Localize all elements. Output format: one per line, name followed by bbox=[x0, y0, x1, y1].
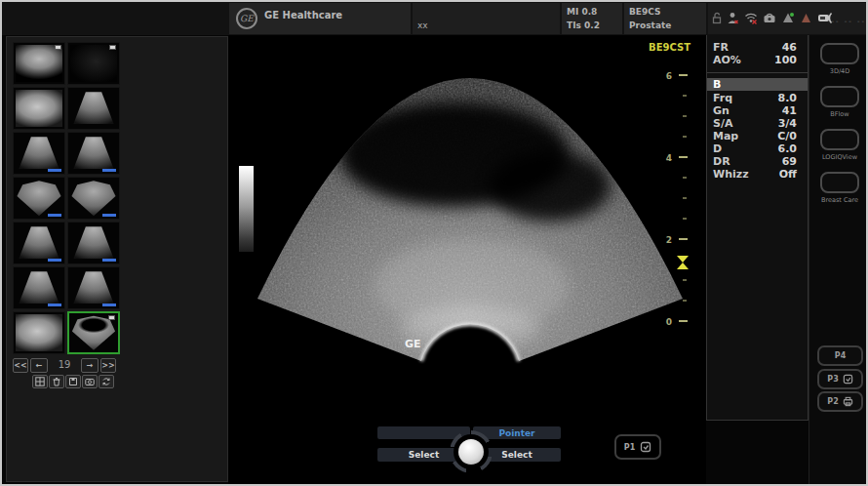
thumbnail[interactable] bbox=[67, 87, 120, 130]
thumbnail[interactable] bbox=[13, 311, 65, 354]
softkey-logiqview-label: LOGIQView bbox=[809, 153, 868, 161]
softkey-breastcare-button[interactable] bbox=[820, 172, 859, 193]
thumbnail-badge-icon bbox=[55, 45, 61, 50]
param-row[interactable]: Map C/0 bbox=[707, 130, 808, 142]
thumbnail-selected[interactable] bbox=[67, 311, 120, 354]
panel-divider bbox=[707, 72, 808, 73]
p3-button[interactable]: P3 bbox=[817, 369, 863, 389]
thumbnail[interactable] bbox=[13, 132, 65, 175]
thumbnail[interactable] bbox=[67, 177, 120, 220]
param-row[interactable]: Whizz Off bbox=[707, 168, 808, 181]
depth-tick-label: 2 bbox=[666, 235, 672, 245]
thumbnail[interactable] bbox=[67, 132, 120, 175]
ultrasound-image: GE BE9CST 6 4 2 0 bbox=[228, 35, 706, 445]
softkey-3d4d-button[interactable] bbox=[820, 43, 859, 64]
thumbnail-badge-icon bbox=[109, 45, 116, 50]
phone-icon bbox=[763, 12, 776, 24]
thumbnail[interactable] bbox=[13, 266, 65, 309]
transfer-button[interactable] bbox=[99, 375, 114, 388]
unlock-icon bbox=[712, 12, 722, 24]
network-icon bbox=[781, 12, 795, 24]
softkey-bflow-button[interactable] bbox=[820, 86, 859, 107]
param-value: Off bbox=[779, 168, 797, 181]
param-row[interactable]: Gn 41 bbox=[707, 104, 808, 117]
param-label: Whizz bbox=[713, 168, 749, 181]
depth-tick-label: 6 bbox=[666, 71, 672, 81]
first-page-button[interactable]: << bbox=[13, 358, 28, 373]
transfer-icon bbox=[101, 377, 111, 386]
image-area[interactable]: GE BE9CST 6 4 2 0 bbox=[228, 35, 706, 486]
p1-button[interactable]: P1 bbox=[614, 434, 661, 460]
ao-value: 100 bbox=[774, 54, 797, 66]
focus-marker[interactable] bbox=[677, 256, 689, 269]
param-label: Map bbox=[713, 130, 738, 142]
p4-label: P4 bbox=[835, 351, 846, 360]
parameter-panel: FR 46 AO% 100 B Frq 8.0 Gn 41 S/A 3/4 Ma… bbox=[706, 35, 809, 421]
ultrasound-screen: GE GE Healthcare xx MI 0.8 TIs 0.2 BE9CS… bbox=[0, 0, 868, 486]
p3-label: P3 bbox=[827, 375, 838, 384]
thumbnail-badge-icon bbox=[108, 315, 115, 320]
param-label: D bbox=[713, 142, 722, 155]
param-label: Frq bbox=[713, 92, 732, 104]
top-bar: GE GE Healthcare xx MI 0.8 TIs 0.2 BE9CS… bbox=[2, 2, 868, 35]
softkey-breastcare-label: Breast Care bbox=[809, 196, 868, 204]
ao-row: AO% 100 bbox=[707, 54, 808, 66]
param-value: 8.0 bbox=[778, 92, 798, 104]
delete-button[interactable] bbox=[49, 375, 64, 388]
last-page-button[interactable]: >> bbox=[100, 358, 116, 373]
printer-icon bbox=[843, 396, 853, 407]
export-icon bbox=[640, 441, 651, 453]
param-value: C/0 bbox=[777, 130, 797, 142]
probe-id: BE9CS bbox=[629, 7, 661, 17]
ge-logo-icon: GE bbox=[236, 8, 257, 29]
param-value: 3/4 bbox=[778, 117, 797, 130]
param-label: S/A bbox=[713, 117, 732, 130]
layout-grid-button[interactable] bbox=[32, 375, 48, 388]
param-row[interactable]: S/A 3/4 bbox=[707, 117, 808, 130]
param-row[interactable]: DR 69 bbox=[707, 155, 808, 168]
softkey-bflow-label: BFlow bbox=[809, 110, 868, 118]
param-value: 41 bbox=[782, 104, 797, 117]
next-page-button[interactable]: → bbox=[81, 358, 99, 373]
thumbnail[interactable] bbox=[67, 42, 120, 85]
param-label: Gn bbox=[713, 104, 730, 117]
thumbnail[interactable] bbox=[67, 266, 120, 309]
param-value: 6.0 bbox=[778, 142, 798, 155]
trackball-icon[interactable] bbox=[458, 439, 484, 465]
prev-page-button[interactable]: ← bbox=[30, 358, 48, 373]
mode-label: B bbox=[713, 78, 721, 91]
thumbnail[interactable] bbox=[13, 42, 65, 85]
status-dashes: -- -- -- bbox=[831, 18, 866, 25]
thumbnail[interactable] bbox=[67, 222, 120, 264]
param-row[interactable]: Frq 8.0 bbox=[707, 92, 808, 104]
thumbnail[interactable] bbox=[13, 87, 65, 130]
store-button[interactable] bbox=[65, 375, 81, 388]
save-icon bbox=[68, 377, 78, 386]
page-number: 19 bbox=[52, 359, 77, 370]
p4-button[interactable]: P4 bbox=[817, 345, 863, 366]
brand-label: GE Healthcare bbox=[264, 10, 342, 20]
status-section: -- -- -- bbox=[708, 3, 868, 34]
fr-value: 46 bbox=[782, 41, 797, 54]
softkey-logiqview-button[interactable] bbox=[820, 129, 859, 150]
camera-icon bbox=[85, 377, 95, 386]
status-icon-row bbox=[712, 12, 835, 24]
thumbnail[interactable] bbox=[13, 222, 65, 264]
tis-value: TIs 0.2 bbox=[567, 20, 600, 30]
depth-tick-label: 0 bbox=[666, 317, 672, 327]
param-label: DR bbox=[713, 155, 730, 168]
softkey-panel: 3D/4D BFlow LOGIQView Breast Care P4 P3 … bbox=[809, 35, 868, 486]
exam-section: xx bbox=[413, 3, 560, 34]
preset-label: Prostate bbox=[629, 20, 671, 30]
exam-label: xx bbox=[417, 20, 428, 30]
param-value: 69 bbox=[782, 155, 797, 168]
export-icon bbox=[843, 374, 853, 385]
fr-row: FR 46 bbox=[707, 41, 808, 54]
camera-button[interactable] bbox=[82, 375, 98, 388]
mode-row[interactable]: B bbox=[707, 78, 808, 91]
param-row[interactable]: D 6.0 bbox=[707, 142, 808, 155]
p2-label: P2 bbox=[827, 397, 838, 406]
p2-button[interactable]: P2 bbox=[817, 391, 863, 412]
thumbnail[interactable] bbox=[13, 177, 65, 220]
p1-label: P1 bbox=[624, 443, 635, 452]
